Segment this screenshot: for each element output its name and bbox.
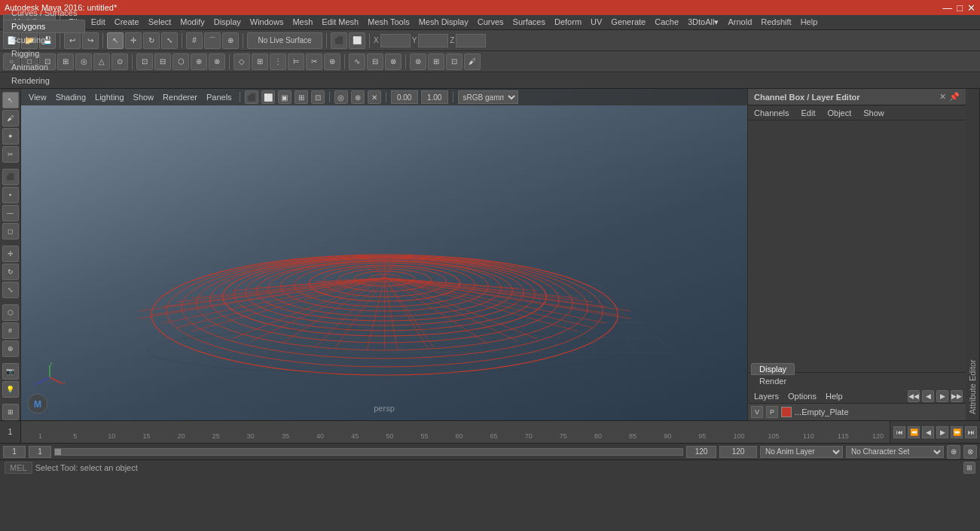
- layer-icon-2[interactable]: ◀: [922, 390, 934, 402]
- layers-menu[interactable]: Layers: [751, 392, 782, 401]
- target-weld-btn[interactable]: ⊛: [324, 53, 340, 70]
- anim-icon-1[interactable]: ⊕: [947, 445, 960, 459]
- vp-icon-5[interactable]: ⊡: [311, 90, 325, 104]
- range-end-input[interactable]: [686, 446, 716, 458]
- menu-item-deform[interactable]: Deform: [550, 17, 586, 28]
- insert-edge-btn[interactable]: ⋮: [270, 53, 286, 70]
- bevel-btn[interactable]: ◇: [234, 53, 250, 70]
- misc1-btn[interactable]: ⊞: [2, 404, 19, 420]
- tab-rigging[interactable]: Rigging: [3, 47, 85, 60]
- tab-sculpting[interactable]: Sculpting: [3, 33, 85, 47]
- panels-menu[interactable]: Panels: [203, 93, 235, 102]
- vp-icon-1[interactable]: ⬛: [245, 90, 258, 104]
- vp-icon-4[interactable]: ⊞: [295, 90, 308, 104]
- obj-mode-btn[interactable]: ⬛: [2, 169, 19, 185]
- character-select[interactable]: No Character Set: [846, 446, 944, 458]
- step-forward-btn[interactable]: ⏩: [951, 426, 963, 438]
- maximize-btn[interactable]: □: [957, 2, 963, 14]
- offset-edge-btn[interactable]: ⊨: [288, 53, 304, 70]
- color-profile-select[interactable]: sRGB gamma: [458, 90, 518, 104]
- paint-sel-btn[interactable]: 🖌: [464, 53, 481, 70]
- vp-value1-input[interactable]: [391, 90, 418, 104]
- snap-curve-btn[interactable]: ⌒: [204, 32, 221, 49]
- tab-animation[interactable]: Animation: [3, 60, 85, 74]
- scale-tool-btn[interactable]: ⤡: [161, 32, 178, 49]
- attribute-editor-tab[interactable]: Attribute Editor: [966, 89, 980, 420]
- display-mode-btn[interactable]: ⬡: [2, 304, 19, 321]
- menu-item-generate[interactable]: Generate: [606, 17, 650, 28]
- tab-rendering[interactable]: Rendering: [3, 74, 85, 87]
- layer-playback-btn[interactable]: P: [766, 406, 778, 418]
- menu-item-meshdisplay[interactable]: Mesh Display: [414, 17, 473, 28]
- rotate-left-btn[interactable]: ↻: [2, 264, 19, 280]
- menu-item-surfaces[interactable]: Surfaces: [508, 17, 550, 28]
- bottom-tab-display[interactable]: Display: [751, 363, 795, 375]
- play-back-btn[interactable]: ◀: [922, 426, 934, 438]
- layer-icon-3[interactable]: ▶: [936, 390, 948, 402]
- multi-cut-btn[interactable]: ✂: [306, 53, 322, 70]
- lighting-menu[interactable]: Lighting: [92, 93, 127, 102]
- timeline-end-input[interactable]: [719, 446, 757, 458]
- step-back-btn[interactable]: ⏪: [908, 426, 920, 438]
- anim-icon-2[interactable]: ⊗: [963, 445, 977, 459]
- menu-item-modify[interactable]: Modify: [176, 17, 209, 28]
- sculpt-btn[interactable]: ✦: [2, 128, 19, 145]
- fill-hole-btn[interactable]: ⬡: [172, 53, 189, 70]
- face-btn[interactable]: ◻: [2, 223, 19, 240]
- vertex-btn[interactable]: •: [2, 187, 19, 203]
- move-tool-btn[interactable]: ✛: [125, 32, 142, 49]
- goto-end-btn[interactable]: ⏭: [965, 426, 977, 438]
- menu-item-editmesh[interactable]: Edit Mesh: [317, 17, 363, 28]
- range-slider[interactable]: [54, 448, 683, 456]
- snap-point-btn[interactable]: ⊕: [222, 32, 239, 49]
- scale-left-btn[interactable]: ⤡: [2, 282, 19, 298]
- layer-icon-1[interactable]: ◀◀: [908, 390, 920, 402]
- soft-select-btn[interactable]: ⊛: [410, 53, 426, 70]
- menu-item-redshift[interactable]: Redshift: [756, 17, 795, 28]
- mel-label[interactable]: MEL: [5, 462, 32, 474]
- snap-btn[interactable]: ⊕: [2, 340, 19, 357]
- knife-btn[interactable]: ✂: [2, 146, 19, 163]
- layer-vis-btn[interactable]: V: [751, 406, 763, 418]
- edge-btn[interactable]: —: [2, 205, 19, 221]
- status-icon-1[interactable]: ⊞: [963, 462, 975, 474]
- bridge-btn[interactable]: ⊟: [154, 53, 171, 70]
- menu-item-edit[interactable]: Edit: [87, 17, 110, 28]
- separate-btn[interactable]: ⊗: [209, 53, 225, 70]
- vp-value2-input[interactable]: [421, 90, 448, 104]
- camera-btn[interactable]: 📷: [2, 363, 19, 380]
- y-coord-input[interactable]: [418, 34, 448, 47]
- show-menu[interactable]: Show: [130, 93, 157, 102]
- close-btn[interactable]: ✕: [967, 2, 975, 14]
- snap-grid-btn[interactable]: #: [186, 32, 203, 49]
- vp-icon-6[interactable]: ◎: [334, 90, 348, 104]
- view-menu[interactable]: View: [26, 93, 50, 102]
- menu-item-create[interactable]: Create: [110, 17, 144, 28]
- layer-icon-4[interactable]: ▶▶: [951, 390, 963, 402]
- menu-item-select[interactable]: Select: [144, 17, 176, 28]
- vp-icon-7[interactable]: ⊕: [351, 90, 365, 104]
- menu-item-mesh[interactable]: Mesh: [288, 17, 317, 28]
- sym-btn[interactable]: ⊞: [428, 53, 444, 70]
- render-btn[interactable]: ⬛: [331, 32, 347, 49]
- vp-icon-3[interactable]: ▣: [278, 90, 292, 104]
- bottom-tab-render[interactable]: Render: [751, 375, 795, 387]
- light-btn[interactable]: 💡: [2, 381, 19, 398]
- tweak-btn[interactable]: ⊡: [446, 53, 463, 70]
- range-start-input[interactable]: [3, 446, 26, 458]
- vp-icon-2[interactable]: ⬜: [261, 90, 275, 104]
- panel-pin-btn[interactable]: 📌: [949, 92, 960, 102]
- move-left-btn[interactable]: ✛: [2, 246, 19, 262]
- show-menu-right[interactable]: Show: [860, 108, 887, 117]
- poly-cone-btn[interactable]: △: [93, 53, 110, 70]
- edit-menu[interactable]: Edit: [798, 108, 818, 117]
- minimize-btn[interactable]: —: [942, 2, 952, 14]
- channels-menu[interactable]: Channels: [751, 108, 792, 117]
- play-forward-btn[interactable]: ▶: [936, 426, 948, 438]
- menu-item-help[interactable]: Help: [796, 17, 823, 28]
- anim-layer-select[interactable]: No Anim Layer: [760, 446, 843, 458]
- select-tool-btn[interactable]: ↖: [107, 32, 124, 49]
- menu-item-uv[interactable]: UV: [586, 17, 606, 28]
- combine-btn[interactable]: ⊕: [191, 53, 207, 70]
- menu-item-display[interactable]: Display: [209, 17, 246, 28]
